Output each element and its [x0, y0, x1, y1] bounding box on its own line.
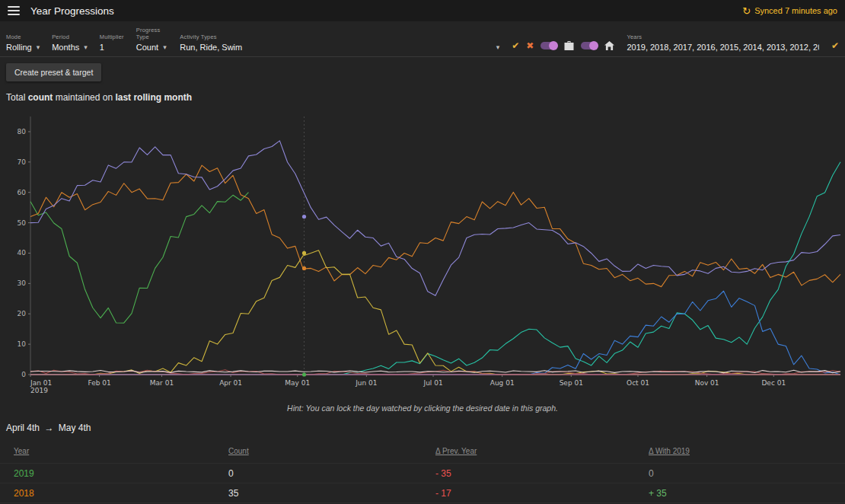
years-filter-actions: ✔ [831, 40, 839, 52]
progress-type-value: Count [136, 43, 158, 52]
year-cell: 2018 [0, 488, 215, 499]
progression-table: Year Count Δ Prev. Year Δ With 2019 2019… [0, 442, 845, 504]
years-label: Years [627, 33, 819, 40]
activity-types-label: Activity Types [180, 33, 499, 40]
header-delta-with-2019[interactable]: Δ With 2019 [635, 447, 845, 455]
svg-text:60: 60 [18, 189, 27, 196]
delta-prev-year-cell: - 35 [422, 468, 635, 479]
svg-text:30: 30 [18, 279, 27, 287]
svg-text:40: 40 [18, 249, 27, 257]
settings-toolbar: Mode Rolling ▾ Period Months ▾ Multiplie… [0, 21, 845, 57]
sync-status[interactable]: ↻ Synced 7 minutes ago [742, 6, 837, 16]
svg-text:Jun 01: Jun 01 [355, 379, 377, 387]
svg-text:Jul 01: Jul 01 [422, 379, 442, 387]
delta-with-2019-cell: + 35 [635, 488, 845, 499]
page-title: Year Progressions [30, 5, 114, 17]
activity-types-select[interactable]: Activity Types Run, Ride, Swim ▾ [180, 33, 499, 52]
svg-text:Oct 01: Oct 01 [627, 379, 649, 387]
hamburger-menu-icon[interactable] [8, 6, 20, 15]
svg-text:70: 70 [18, 158, 27, 166]
period-label: Period [52, 33, 88, 40]
chart-hint-text: Hint: You can lock the day watched by cl… [0, 404, 845, 413]
svg-text:Sep 01: Sep 01 [560, 379, 583, 387]
progression-table-body: 20190- 350201835- 17+ 35201752+ 52+ 52 [0, 463, 845, 504]
chevron-down-icon: ▾ [163, 43, 167, 51]
svg-text:Nov 01: Nov 01 [695, 379, 719, 387]
period-value: Months [52, 43, 79, 52]
top-bar: Year Progressions ↻ Synced 7 minutes ago [0, 0, 845, 21]
commute-toggle[interactable] [540, 42, 557, 49]
range-to: May 4th [59, 423, 91, 433]
svg-text:Aug 01: Aug 01 [490, 379, 515, 387]
svg-text:80: 80 [18, 128, 27, 136]
progression-chart[interactable]: 01020304050607080Jan 012019Feb 01Mar 01A… [0, 106, 845, 402]
progression-chart-svg[interactable]: 01020304050607080Jan 012019Feb 01Mar 01A… [0, 106, 845, 399]
delta-prev-year-cell: - 17 [422, 488, 635, 499]
sync-status-text: Synced 7 minutes ago [754, 6, 837, 15]
years-value: 2019, 2018, 2017, 2016, 2015, 2014, 2013… [627, 43, 819, 52]
range-from: April 4th [6, 423, 40, 433]
create-preset-target-button[interactable]: Create preset & target [6, 63, 101, 81]
activity-filter-actions: ✔ ✖ [512, 40, 614, 52]
chevron-down-icon: ▾ [84, 43, 88, 51]
arrow-right-icon: → [44, 423, 53, 433]
count-cell: 0 [215, 468, 422, 479]
summary-part2: maintained on [53, 92, 115, 103]
select-none-cross-icon[interactable]: ✖ [526, 40, 534, 51]
svg-text:50: 50 [18, 219, 27, 227]
header-delta-prev-year[interactable]: Δ Prev. Year [422, 447, 635, 455]
table-header-row: Year Count Δ Prev. Year Δ With 2019 [0, 442, 845, 463]
briefcase-icon[interactable] [564, 41, 574, 50]
svg-text:Feb 01: Feb 01 [88, 379, 110, 387]
multiplier-input[interactable] [100, 43, 120, 52]
summary-part1: Total [6, 92, 28, 103]
years-select[interactable]: Years 2019, 2018, 2017, 2016, 2015, 2014… [627, 33, 819, 52]
progress-type-select[interactable]: Progress Type Count ▾ [136, 27, 167, 52]
mode-label: Mode [6, 33, 40, 40]
svg-text:Dec 01: Dec 01 [761, 379, 786, 387]
select-all-check-icon[interactable]: ✔ [512, 40, 519, 51]
svg-text:Jan 01: Jan 01 [30, 379, 52, 387]
svg-text:0: 0 [21, 371, 26, 378]
header-count[interactable]: Count [215, 447, 422, 455]
progress-type-label: Progress Type [136, 27, 167, 40]
delta-with-2019-cell: 0 [635, 468, 845, 479]
count-cell: 35 [215, 488, 422, 499]
multiplier-label: Multiplier [100, 33, 124, 40]
svg-text:Mar 01: Mar 01 [150, 379, 174, 387]
mode-select[interactable]: Mode Rolling ▾ [6, 33, 40, 52]
home-icon[interactable] [604, 41, 614, 50]
summary-period: last rolling month [115, 92, 192, 103]
svg-text:May 01: May 01 [285, 379, 310, 387]
period-select[interactable]: Period Months ▾ [52, 33, 88, 52]
svg-text:20: 20 [18, 310, 27, 317]
sync-icon: ↻ [742, 6, 751, 16]
year-cell: 2019 [0, 468, 215, 479]
watched-date-range: April 4th → May 4th [6, 423, 839, 433]
table-row: 201835- 17+ 35 [0, 483, 845, 502]
activity-types-value: Run, Ride, Swim [180, 43, 242, 52]
svg-text:2019: 2019 [30, 387, 48, 394]
multiplier-field: Multiplier [100, 33, 124, 52]
svg-text:Apr 01: Apr 01 [219, 379, 242, 387]
summary-progress-type: count [28, 92, 53, 103]
chevron-down-icon: ▾ [37, 43, 40, 51]
select-all-years-check-icon[interactable]: ✔ [831, 40, 839, 51]
chevron-down-icon: ▾ [496, 43, 500, 51]
table-row: 20190- 350 [0, 463, 845, 483]
header-year[interactable]: Year [0, 447, 215, 455]
indoor-toggle[interactable] [581, 42, 598, 49]
mode-value: Rolling [6, 43, 32, 52]
chart-summary-line: Total count maintained on last rolling m… [6, 92, 839, 103]
svg-text:10: 10 [18, 340, 27, 348]
